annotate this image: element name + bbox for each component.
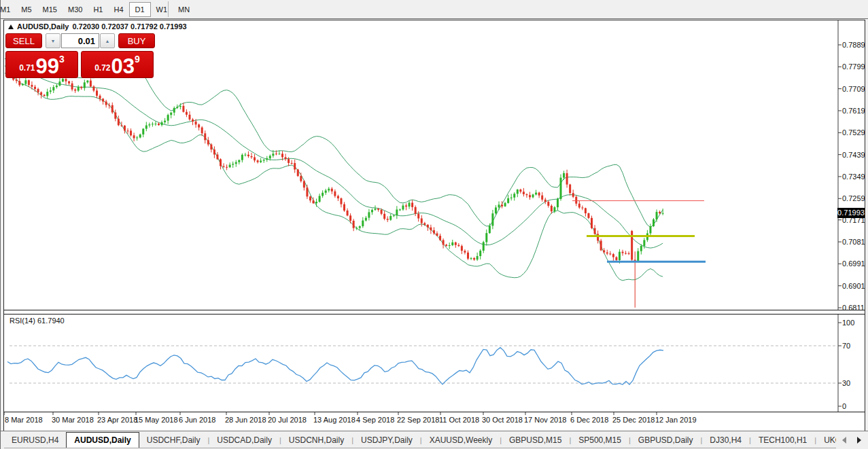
- chevron-down-icon: ▼: [51, 39, 56, 43]
- sell-price-prefix: 0.71: [19, 63, 35, 73]
- chart-ohlc-quote: 0.72030 0.72037 0.71792 0.71993: [72, 22, 186, 31]
- volume-stepper: ▼ ▲: [46, 33, 115, 48]
- timeframe-button-m30[interactable]: M30: [63, 2, 88, 17]
- buy-price-button[interactable]: 0.72039: [81, 51, 154, 78]
- chart-canvas[interactable]: [4, 20, 865, 431]
- rsi-indicator-label: RSI(14) 61.7940: [10, 317, 65, 325]
- time-axis-label: 13 Aug 2018: [313, 416, 355, 424]
- chart-title: AUDUSD,Daily 0.72030 0.72037 0.71792 0.7…: [8, 22, 187, 31]
- buy-price-big: 03: [111, 58, 135, 75]
- time-axis-label: 8 Mar 2018: [5, 416, 43, 424]
- chart-window: AUDUSD,Daily 0.72030 0.72037 0.71792 0.7…: [3, 20, 865, 431]
- buy-price-prefix: 0.72: [94, 63, 110, 73]
- timeframe-button-m15[interactable]: M15: [37, 2, 63, 17]
- time-axis-label: 20 Jul 2018: [268, 416, 307, 424]
- time-axis-label: 11 Oct 2018: [439, 416, 479, 424]
- time-axis-label: 22 Sep 2018: [397, 416, 439, 424]
- timeframe-button-h1[interactable]: H1: [88, 2, 108, 17]
- toolbar-separator: [168, 1, 169, 17]
- time-axis-label: 12 Jan 2019: [655, 416, 697, 424]
- sell-price-sup: 3: [59, 54, 65, 65]
- tab-usdchf-daily[interactable]: USDCHF,Daily: [139, 433, 208, 448]
- tab-tech100-h1[interactable]: TECH100,H1: [751, 433, 814, 448]
- tab-usdjpy-daily[interactable]: USDJPY,Daily: [353, 433, 420, 448]
- time-axis-label: 4 Sep 2018: [356, 416, 394, 424]
- tab-ukoil-h1[interactable]: UKOil,H1: [816, 433, 836, 448]
- buy-price-sup: 9: [135, 54, 140, 65]
- tab-xauusd-weekly[interactable]: XAUUSD,Weekly: [422, 433, 500, 448]
- window-frame-edge: [0, 0, 1, 449]
- price-axis-label: 0.75290: [842, 128, 865, 137]
- price-axis-label: 0.74390: [842, 150, 865, 160]
- tab-usdcnh-daily[interactable]: USDCNH,Daily: [281, 433, 351, 448]
- pane-splitter[interactable]: [4, 310, 865, 314]
- timeframe-button-w1[interactable]: W1: [151, 2, 173, 17]
- tab-gbpusd-daily[interactable]: GBPUSD,Daily: [631, 433, 701, 448]
- rsi-axis-label: 70: [842, 341, 850, 351]
- time-axis-label: 30 Oct 2018: [482, 416, 523, 424]
- tab-sp500-m15[interactable]: SP500,M15: [571, 433, 629, 448]
- time-axis-label: 6 Jun 2018: [179, 416, 215, 424]
- time-axis-label: 25 Dec 2018: [612, 416, 655, 424]
- buy-button[interactable]: BUY: [118, 33, 155, 48]
- price-axis-label: 0.69915: [842, 259, 865, 268]
- rsi-axis-label: 0: [842, 401, 846, 411]
- chart-symbol-label: AUDUSD,Daily: [17, 22, 69, 31]
- sell-button[interactable]: SELL: [5, 33, 42, 48]
- rsi-axis-label: 100: [842, 318, 854, 327]
- price-axis-label: 0.78890: [842, 40, 865, 50]
- price-axis-label: 0.77090: [842, 84, 865, 94]
- timeframe-button-m1[interactable]: M1: [0, 2, 16, 17]
- time-axis-label: 28 Jun 2018: [225, 416, 266, 424]
- symbol-arrow-icon: [8, 24, 14, 29]
- price-axis-label: 0.70815: [842, 237, 865, 247]
- price-axis-label: 0.69015: [842, 281, 865, 291]
- timeframe-toolbar: M1M5M15M30H1H4D1W1MN: [0, 0, 868, 19]
- tab-usdcad-daily[interactable]: USDCAD,Daily: [209, 433, 279, 448]
- timeframe-button-d1[interactable]: D1: [129, 2, 151, 17]
- volume-increase-button[interactable]: ▲: [100, 33, 115, 48]
- time-axis-label: 23 Apr 2018: [97, 416, 137, 424]
- timeframe-button-h4[interactable]: H4: [108, 2, 128, 17]
- price-axis-label: 0.76190: [842, 106, 865, 115]
- volume-input[interactable]: [61, 33, 99, 48]
- timeframe-button-m5[interactable]: M5: [16, 2, 37, 17]
- sell-price-button[interactable]: 0.71993: [5, 51, 78, 78]
- rsi-name: RSI(14): [10, 317, 35, 325]
- time-axis-label: 30 Mar 2018: [52, 416, 94, 424]
- price-axis-label: 0.73490: [842, 172, 865, 181]
- one-click-trading-panel: SELL ▼ ▲ BUY 0.71993 0.72039: [5, 33, 155, 78]
- time-axis-label: 17 Nov 2018: [524, 416, 566, 424]
- time-axis-label: 6 Dec 2018: [570, 416, 608, 424]
- tabs-scroll-right-icon[interactable]: [857, 437, 861, 444]
- tab-gbpusd-m15[interactable]: GBPUSD,M15: [502, 433, 569, 448]
- current-price-badge: 0.71993: [837, 208, 865, 218]
- volume-decrease-button[interactable]: ▼: [46, 33, 60, 48]
- chevron-up-icon: ▲: [105, 39, 110, 43]
- tab-dj30-h4[interactable]: DJ30,H4: [702, 433, 749, 448]
- price-axis-label: 0.77990: [842, 62, 865, 71]
- rsi-axis-label: 30: [842, 378, 850, 388]
- tab-eurusd-h4[interactable]: EURUSD,H4: [4, 433, 66, 448]
- tabs-scroll-left-icon[interactable]: [842, 437, 846, 444]
- time-axis-label: 15 May 2018: [135, 416, 178, 424]
- price-axis-label: 0.72590: [842, 194, 865, 203]
- timeframe-button-mn[interactable]: MN: [173, 2, 195, 17]
- sell-price-big: 99: [36, 58, 59, 75]
- chart-tabbar: EURUSD,H4AUDUSD,DailyUSDCHF,Daily|USDCAD…: [0, 431, 868, 449]
- rsi-value: 61.7940: [37, 317, 65, 325]
- tab-audusd-daily[interactable]: AUDUSD,Daily: [66, 432, 139, 448]
